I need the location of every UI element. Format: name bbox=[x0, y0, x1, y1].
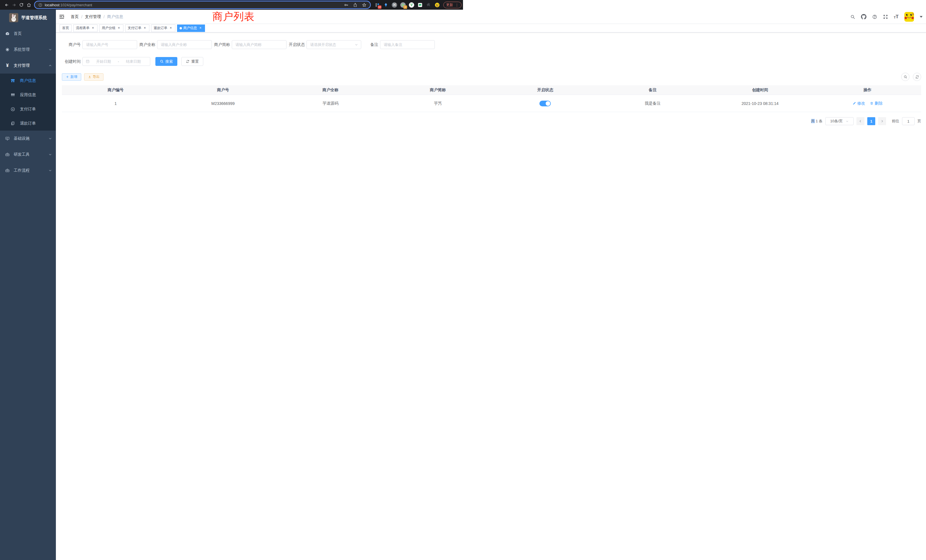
add-button[interactable]: 新增 bbox=[62, 73, 81, 81]
app-title: 芋道管理系统 bbox=[21, 15, 47, 21]
content-area: 首页 / 支付管理 / 商户信息 商户列表 TT 首页 bbox=[56, 10, 463, 280]
profile-avatar[interactable] bbox=[434, 2, 440, 8]
back-icon[interactable] bbox=[3, 1, 10, 9]
short-name-input[interactable] bbox=[232, 40, 286, 49]
close-icon[interactable]: × bbox=[143, 26, 147, 30]
column-header: 商户简称 bbox=[384, 88, 463, 93]
tab-label: 流程表单 bbox=[76, 26, 89, 30]
breadcrumb: 首页 / 支付管理 / 商户信息 bbox=[71, 14, 123, 20]
site-info-icon[interactable] bbox=[38, 3, 42, 7]
merchant-table: 商户编号 商户号 商户全称 商户简称 开启状态 备注 创建时间 操作 1 M23… bbox=[62, 85, 463, 112]
cell-short-name: 芋艿 bbox=[384, 101, 463, 106]
menu-dots-icon[interactable]: ⋮ bbox=[455, 3, 459, 7]
puzzle-extension-icon[interactable] bbox=[426, 2, 431, 8]
breadcrumb-current: 商户信息 bbox=[107, 14, 123, 20]
home-icon[interactable] bbox=[25, 1, 32, 9]
create-time-label: 创建时间 bbox=[62, 59, 81, 64]
tab-label: 退款订单 bbox=[154, 26, 167, 30]
sidebar-item-dev-tools[interactable]: 研发工具 bbox=[0, 147, 56, 162]
tab-process-form[interactable]: 流程表单 × bbox=[73, 24, 97, 32]
chevron-down-icon bbox=[48, 137, 52, 140]
url-host: localhost bbox=[45, 3, 59, 7]
pay-order-icon: ¥ bbox=[11, 107, 15, 112]
cell-merchant-id: 1 bbox=[62, 101, 169, 106]
toolbox-icon bbox=[5, 168, 10, 173]
main-panel: 商户号 商户全称 商户简称 开启状态 请选择开启状态 备注 bbox=[56, 32, 463, 125]
remark-input[interactable] bbox=[380, 40, 435, 49]
filter-row-2: 创建时间 开始日期 - 结束日期 搜索 重置 bbox=[62, 57, 463, 66]
recorder-extension-icon[interactable]: 1 bbox=[400, 2, 406, 8]
sidebar-item-merchant-info[interactable]: 商户信息 bbox=[0, 74, 56, 88]
sidebar-item-payment[interactable]: ¥ 支付管理 bbox=[0, 58, 56, 74]
tab-merchant-info[interactable]: 商户信息 × bbox=[177, 24, 205, 32]
breadcrumb-separator: / bbox=[103, 15, 104, 19]
reload-icon[interactable] bbox=[18, 1, 25, 9]
gem-extension-icon[interactable] bbox=[383, 2, 389, 8]
collapse-sidebar-icon[interactable] bbox=[59, 14, 65, 20]
forward-icon[interactable] bbox=[10, 1, 18, 9]
create-time-range-picker[interactable]: 开始日期 - 结束日期 bbox=[82, 57, 150, 66]
sidebar-item-app-info[interactable]: 应用信息 bbox=[0, 88, 56, 102]
column-header: 商户号 bbox=[169, 88, 277, 93]
end-date-placeholder[interactable]: 结束日期 bbox=[120, 59, 147, 64]
chevron-down-icon bbox=[48, 169, 52, 172]
breadcrumb-home[interactable]: 首页 bbox=[71, 14, 79, 20]
grid-extension-icon[interactable]: 10 bbox=[375, 2, 380, 8]
tab-refund-order[interactable]: 退款订单 × bbox=[151, 24, 176, 32]
filter-row-1: 商户号 商户全称 商户简称 开启状态 请选择开启状态 备注 bbox=[62, 40, 463, 49]
full-name-label: 商户全称 bbox=[139, 42, 155, 47]
full-name-input[interactable] bbox=[157, 40, 212, 49]
start-date-placeholder[interactable]: 开始日期 bbox=[90, 59, 117, 64]
tab-user-group[interactable]: 用户分组 × bbox=[99, 24, 123, 32]
merchant-no-input[interactable] bbox=[82, 40, 137, 49]
column-header: 商户全称 bbox=[277, 88, 384, 93]
tab-home[interactable]: 首页 bbox=[60, 24, 71, 32]
sidebar-item-refund-order[interactable]: 退款订单 bbox=[0, 117, 56, 130]
bookmark-star-icon[interactable] bbox=[362, 3, 367, 8]
export-button[interactable]: 导出 bbox=[84, 73, 103, 81]
status-select[interactable]: 请选择开启状态 bbox=[307, 40, 361, 49]
sidebar-item-label: 系统管理 bbox=[14, 47, 30, 52]
address-bar[interactable]: localhost:1024/pay/merchant bbox=[35, 2, 370, 8]
password-key-icon[interactable] bbox=[344, 3, 349, 8]
close-icon[interactable]: × bbox=[198, 26, 203, 30]
export-button-label: 导出 bbox=[93, 74, 100, 79]
status-select-placeholder: 请选择开启状态 bbox=[310, 42, 336, 47]
reset-button[interactable]: 重置 bbox=[181, 57, 203, 66]
add-button-label: 新增 bbox=[70, 74, 77, 79]
sidebar-item-system[interactable]: 系统管理 bbox=[0, 42, 56, 58]
chevron-up-icon bbox=[48, 64, 52, 67]
tab-pay-order[interactable]: 支付订单 × bbox=[125, 24, 150, 32]
command-extension-icon[interactable]: ⌘ bbox=[392, 2, 397, 8]
app-logo-row[interactable]: 芋道管理系统 bbox=[0, 10, 56, 26]
refund-order-icon bbox=[11, 121, 15, 126]
short-name-label: 商户简称 bbox=[214, 42, 230, 47]
dashboard-icon bbox=[5, 31, 10, 36]
chevron-down-icon bbox=[48, 48, 52, 51]
table-header-row: 商户编号 商户号 商户全称 商户简称 开启状态 备注 创建时间 操作 bbox=[62, 85, 463, 95]
share-icon[interactable] bbox=[353, 3, 357, 7]
payment-submenu: 商户信息 应用信息 ¥ 支付订单 退款订单 bbox=[0, 74, 56, 130]
search-button[interactable]: 搜索 bbox=[155, 57, 177, 66]
monitor-icon bbox=[5, 136, 10, 141]
remark-label: 备注 bbox=[370, 42, 378, 47]
browser-toolbar: localhost:1024/pay/merchant 10 ⌘ 1 V bbox=[0, 0, 463, 10]
sidebar-item-home[interactable]: 首页 bbox=[0, 26, 56, 42]
sidebar-item-label: 商户信息 bbox=[20, 78, 36, 83]
active-tab-dot bbox=[180, 27, 182, 29]
extension-badge: 10 bbox=[378, 5, 381, 9]
close-icon[interactable]: × bbox=[91, 26, 95, 30]
date-range-separator: - bbox=[117, 59, 120, 64]
search-button-label: 搜索 bbox=[165, 59, 173, 64]
sidebar-item-infrastructure[interactable]: 基础设施 bbox=[0, 130, 56, 147]
sidebar-item-workflow[interactable]: 工作流程 bbox=[0, 162, 56, 179]
close-icon[interactable]: × bbox=[169, 26, 173, 30]
chat-extension-icon[interactable] bbox=[418, 2, 423, 8]
sidebar-item-pay-order[interactable]: ¥ 支付订单 bbox=[0, 102, 56, 117]
chrome-update-button[interactable]: 更新 ⋮ bbox=[443, 2, 461, 8]
tab-label: 用户分组 bbox=[102, 26, 115, 30]
breadcrumb-payment[interactable]: 支付管理 bbox=[85, 14, 101, 20]
table-toolbar: 新增 导出 bbox=[62, 73, 463, 81]
vue-devtools-icon[interactable]: V bbox=[409, 2, 414, 8]
close-icon[interactable]: × bbox=[117, 26, 121, 30]
